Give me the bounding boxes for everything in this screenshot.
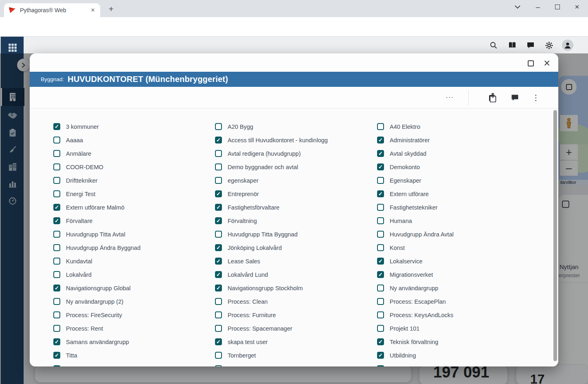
group-checkbox-row[interactable]: Navigationsgrupp Global (53, 281, 212, 295)
checkbox-icon[interactable] (215, 123, 222, 130)
checkbox-icon[interactable] (53, 338, 60, 345)
group-checkbox-row[interactable]: Ny användargrupp (377, 281, 548, 295)
checkbox-icon[interactable] (377, 163, 384, 170)
group-checkbox-row[interactable]: Extern utförare (377, 187, 548, 201)
checkbox-icon[interactable] (377, 325, 384, 332)
attachment-clip-icon[interactable] (486, 91, 498, 104)
group-checkbox-row[interactable]: Access till Huvudkontoret - kundinlogg (215, 133, 374, 147)
new-tab-button[interactable]: + (105, 3, 117, 15)
checkbox-icon[interactable] (377, 258, 384, 265)
group-checkbox-row[interactable]: Huvudgrupp Titta Avtal (53, 227, 212, 241)
checkbox-icon[interactable] (53, 258, 60, 265)
group-checkbox-row[interactable]: Huvudgrupp Ändra Byggnad (53, 241, 212, 254)
search-icon[interactable] (488, 40, 499, 51)
group-checkbox-row[interactable]: Fastighetstekniker (377, 201, 548, 214)
checkbox-icon[interactable] (377, 204, 384, 211)
checkbox-icon[interactable] (215, 204, 222, 211)
checkbox-icon[interactable] (215, 244, 222, 251)
group-checkbox-row[interactable]: Process: Spacemanager (215, 322, 374, 335)
checkbox-icon[interactable] (53, 177, 60, 184)
checkbox-icon[interactable] (377, 177, 384, 184)
checkbox-icon[interactable] (53, 217, 60, 224)
group-checkbox-row[interactable]: Lokalvård Lund (215, 268, 374, 281)
dialog-maximize-button[interactable] (528, 60, 534, 66)
checkbox-icon[interactable] (215, 298, 222, 305)
group-checkbox-row[interactable]: COOR-DEMO (53, 160, 212, 174)
checkbox-icon[interactable] (377, 338, 384, 345)
group-checkbox-row[interactable]: Titta (53, 349, 212, 362)
group-checkbox-row[interactable]: skapa test user (215, 335, 374, 349)
window-close-button[interactable]: × (568, 0, 586, 14)
group-checkbox-row[interactable]: Ny användargrupp (2) (53, 295, 212, 308)
checkbox-icon[interactable] (377, 271, 384, 278)
checkbox-icon[interactable] (215, 338, 222, 345)
checkbox-icon[interactable] (53, 204, 60, 211)
group-checkbox-row[interactable]: egenskaper (215, 174, 374, 187)
group-checkbox-row[interactable]: Projekt 101 (377, 322, 548, 335)
group-checkbox-row[interactable]: Lokalservice (377, 254, 548, 268)
window-minimize-button[interactable]: – (529, 0, 547, 14)
checkbox-icon[interactable] (377, 231, 384, 238)
group-checkbox-row[interactable]: Anmälare (53, 147, 212, 160)
checkbox-icon[interactable] (215, 231, 222, 238)
group-checkbox-row[interactable]: Lease Sales (215, 254, 374, 268)
group-checkbox-row[interactable]: Aaaaa (53, 133, 212, 147)
checkbox-icon[interactable] (53, 190, 60, 197)
checkbox-icon[interactable] (377, 190, 384, 197)
group-checkbox-row[interactable]: Demo byggnader och avtal (215, 160, 374, 174)
group-checkbox-row[interactable]: Konst (377, 241, 548, 254)
group-checkbox-row[interactable]: Jönköping Lokalvård (215, 241, 374, 254)
group-checkbox-row[interactable]: Energi Test (53, 187, 212, 201)
checkbox-icon[interactable] (215, 137, 222, 143)
group-checkbox-row[interactable]: Process: Furniture (215, 308, 374, 322)
checkbox-icon[interactable] (215, 258, 222, 265)
group-checkbox-row[interactable]: A40 Elektro (377, 120, 548, 133)
dialog-close-button[interactable]: × (544, 58, 550, 69)
group-checkbox-row[interactable]: Huvudgrupp Titta Byggnad (215, 227, 374, 241)
group-checkbox-row[interactable]: Samans användargrupp (53, 335, 212, 349)
group-checkbox-row[interactable]: Administratörer (377, 133, 548, 147)
checkbox-icon[interactable] (53, 271, 60, 278)
checkbox-icon[interactable] (53, 244, 60, 251)
group-checkbox-row[interactable]: Lokalvård (53, 268, 212, 281)
group-checkbox-row[interactable]: Process: KeysAndLocks (377, 308, 548, 322)
checkbox-icon[interactable] (377, 217, 384, 224)
checkbox-icon[interactable] (53, 285, 60, 291)
group-checkbox-row[interactable]: Förvaltare (53, 214, 212, 227)
dialog-scrollbar[interactable] (553, 110, 557, 361)
checkbox-icon[interactable] (215, 150, 222, 157)
group-checkbox-row[interactable]: Fastighetsförvaltare (215, 201, 374, 214)
group-checkbox-row[interactable]: Drifttekniker (53, 174, 212, 187)
group-checkbox-row[interactable] (53, 362, 212, 366)
checkbox-icon[interactable] (53, 231, 60, 238)
settings-gear-icon[interactable] (543, 40, 555, 51)
chat-bubble-icon[interactable] (525, 40, 536, 51)
checkbox-icon[interactable] (377, 285, 384, 291)
checkbox-icon[interactable] (53, 298, 60, 305)
group-checkbox-row[interactable]: Process: FireSecurity (53, 308, 212, 322)
group-checkbox-row[interactable]: Humana (377, 214, 548, 227)
checkbox-icon[interactable] (377, 298, 384, 305)
group-checkbox-row[interactable]: A20 Bygg (215, 120, 374, 133)
group-checkbox-row[interactable]: Entreprenör (215, 187, 374, 201)
group-checkbox-row[interactable]: Teknisk förvaltning (377, 335, 548, 349)
group-checkbox-row[interactable]: Förvaltning (215, 214, 374, 227)
checkbox-icon[interactable] (377, 244, 384, 251)
checkbox-icon[interactable] (215, 325, 222, 332)
group-checkbox-row[interactable]: Navigationsgrupp Stockholm (215, 281, 374, 295)
checkbox-icon[interactable] (215, 163, 222, 170)
user-avatar-icon[interactable] (562, 40, 573, 51)
group-checkbox-row[interactable]: Tornberget (215, 349, 374, 362)
checkbox-icon[interactable] (215, 311, 222, 318)
checkbox-icon[interactable] (215, 271, 222, 278)
tab-close-icon[interactable]: × (90, 6, 96, 14)
checkbox-icon[interactable] (377, 123, 384, 130)
guide-book-icon[interactable] (507, 40, 518, 51)
group-checkbox-row[interactable]: Huvudgrupp Ändra Avtal (377, 227, 548, 241)
checkbox-icon[interactable] (215, 177, 222, 184)
group-checkbox-row[interactable]: Demokonto (377, 160, 548, 174)
checkbox-icon[interactable] (53, 163, 60, 170)
checkbox-icon[interactable] (53, 352, 60, 359)
group-checkbox-row[interactable]: Process: Clean (215, 295, 374, 308)
checkbox-icon[interactable] (377, 311, 384, 318)
